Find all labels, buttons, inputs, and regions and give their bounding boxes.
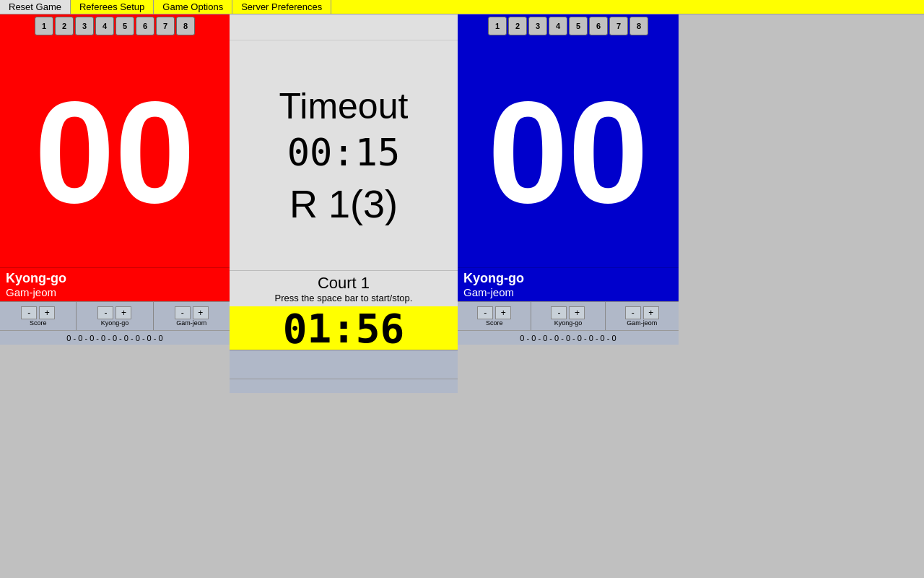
menu-reset-game[interactable]: Reset Game [0,0,71,14]
left-score-plus[interactable]: + [39,306,55,319]
center-bottom-ctrl [230,350,458,379]
round-display: R 1(3) [289,181,398,226]
right-score-ctrl: - + Score [458,302,531,330]
menu-referees-setup[interactable]: Referees Setup [71,0,154,14]
left-round-5[interactable]: 5 [116,17,134,35]
left-kyonggo-ctrl: - + Kyong-go [77,302,153,330]
left-controls: - + Score - + Kyong-go - + [0,301,230,330]
right-numbers: 0 - 0 - 0 - 0 - 0 - 0 - 0 - 0 - 0 [520,334,616,342]
left-round-8[interactable]: 8 [176,17,195,35]
right-kyonggo-ctrl: - + Kyong-go [531,302,605,330]
left-score-ctrl: - + Score [0,302,77,330]
right-round-buttons: 1 2 3 4 5 6 7 8 [458,14,679,38]
center-court-section: Court 1 Press the space bar to start/sto… [230,270,458,306]
left-round-3[interactable]: 3 [75,17,94,35]
right-round-3[interactable]: 3 [528,17,547,35]
menu-game-options[interactable]: Game Options [154,0,232,14]
right-round-5[interactable]: 5 [569,17,588,35]
left-score-minus[interactable]: - [21,306,37,319]
right-gam-jeom-label: Gam-jeom [463,286,673,298]
right-score-minus[interactable]: - [477,306,493,319]
right-round-7[interactable]: 7 [609,17,628,35]
left-round-1[interactable]: 1 [35,17,53,35]
left-gamjeom-ctrl: - + Gam-jeom [154,302,230,330]
right-score-display: 00 [458,38,679,267]
left-kyonggo-minus[interactable]: - [97,306,113,319]
right-gamjeom-ctrl-label: Gam-jeom [627,319,657,327]
left-score-btns: - + [21,306,55,319]
scoreboard-main: 1 2 3 4 5 6 7 8 00 Kyong-go Gam-jeom [0,14,679,393]
left-gamjeom-plus[interactable]: + [193,306,209,319]
right-numbers-row: 0 - 0 - 0 - 0 - 0 - 0 - 0 - 0 - 0 [458,330,679,345]
right-name-section: Kyong-go Gam-jeom [458,267,679,301]
left-name-section: Kyong-go Gam-jeom [0,267,230,301]
left-numbers-row: 0 - 0 - 0 - 0 - 0 - 0 - 0 - 0 - 0 [0,330,230,345]
right-round-1[interactable]: 1 [488,17,507,35]
left-panel: 1 2 3 4 5 6 7 8 00 Kyong-go Gam-jeom [0,14,230,393]
right-score: 00 [488,80,648,225]
center-panel: Timeout 00:15 R 1(3) Court 1 Press the s… [230,14,458,393]
menu-bar: Reset Game Referees Setup Game Options S… [0,0,924,14]
timeout-timer: 00:15 [287,131,401,174]
left-score: 00 [35,80,195,225]
left-kyong-go-label: Kyong-go [6,271,224,286]
left-gamjeom-ctrl-label: Gam-jeom [176,319,206,327]
right-gamjeom-ctrl: - + Gam-jeom [606,302,679,330]
left-gamjeom-minus[interactable]: - [175,306,191,319]
menu-server-preferences[interactable]: Server Preferences [232,0,331,14]
right-gamjeom-minus[interactable]: - [625,306,641,319]
timeout-label: Timeout [279,85,409,127]
app-container: Reset Game Referees Setup Game Options S… [0,0,924,578]
right-kyonggo-ctrl-label: Kyong-go [554,319,583,327]
right-controls: - + Score - + Kyong-go - + [458,301,679,330]
right-round-6[interactable]: 6 [589,17,608,35]
game-timer: 01:56 [230,306,458,350]
right-round-2[interactable]: 2 [508,17,527,35]
center-numbers-row [230,379,458,393]
right-kyonggo-minus[interactable]: - [551,306,567,319]
left-numbers: 0 - 0 - 0 - 0 - 0 - 0 - 0 - 0 - 0 [66,334,162,342]
spacebar-hint: Press the space bar to start/stop. [235,293,452,303]
game-timer-display: 01:56 [283,305,405,352]
right-panel: 1 2 3 4 5 6 7 8 00 Kyong-go Gam-jeom [458,14,679,393]
right-round-4[interactable]: 4 [549,17,567,35]
right-score-plus[interactable]: + [495,306,511,319]
center-top-spacer [230,14,458,40]
left-round-buttons: 1 2 3 4 5 6 7 8 [0,14,230,38]
left-kyonggo-ctrl-label: Kyong-go [101,319,129,327]
left-round-6[interactable]: 6 [136,17,154,35]
left-score-display: 00 [0,38,230,267]
left-round-2[interactable]: 2 [55,17,74,35]
left-round-4[interactable]: 4 [95,17,114,35]
right-round-8[interactable]: 8 [629,17,648,35]
left-round-7[interactable]: 7 [156,17,175,35]
right-gamjeom-plus[interactable]: + [643,306,659,319]
right-kyonggo-plus[interactable]: + [569,306,585,319]
court-label: Court 1 [235,274,452,293]
right-score-ctrl-label: Score [486,319,503,327]
left-score-ctrl-label: Score [30,319,47,327]
left-gam-jeom-label: Gam-jeom [6,286,224,298]
left-kyonggo-plus[interactable]: + [116,306,131,319]
center-info: Timeout 00:15 R 1(3) [230,40,458,270]
right-kyong-go-label: Kyong-go [463,271,673,286]
